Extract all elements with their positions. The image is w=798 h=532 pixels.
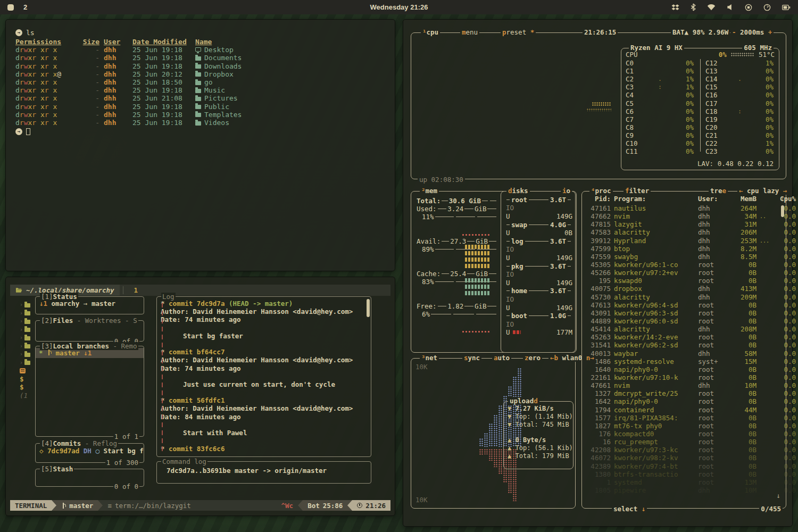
tree-item[interactable]: › [20, 301, 34, 309]
process-row[interactable]: 47559 swaybg dhh 8.5M 0.0 [587, 253, 778, 261]
proc-tree-toggle[interactable]: tree [709, 187, 728, 195]
tree-item[interactable]: › [20, 350, 34, 359]
log-panel[interactable]: Log * commit 7dc9d7a (HEAD -> master) Au… [156, 296, 371, 457]
process-row[interactable]: 1805 pipewire dhh 10M 0.0 [587, 486, 778, 494]
process-row[interactable]: 45730 alacritty dhh 209M 0.0 [587, 293, 778, 301]
log-scrollbar[interactable] [367, 299, 370, 317]
commits-panel[interactable]: [4]Commits - Reflog ◇ 7dc9d7ad DH ○ Star… [35, 443, 144, 463]
tree-item[interactable]: › [20, 359, 34, 367]
folder-icon [195, 89, 201, 93]
proc-header-row: Pid: Program: User: MemB Cpu% [587, 195, 778, 203]
process-row[interactable]: 47815 lazygit dhh 31M 0.0 [587, 220, 778, 228]
process-row[interactable]: 1 systemd root 13M 0.0 [587, 478, 778, 486]
dropbox-icon[interactable] [671, 4, 679, 11]
preset-button[interactable]: preset * [501, 28, 536, 36]
mem-box: ²mem Total:30.6 GiB Used:3.24GiB 11% Ava… [411, 191, 576, 353]
disks-io-toggle[interactable]: io [561, 187, 572, 195]
proc-scroll-down[interactable]: ↓ [776, 492, 780, 500]
tree-item[interactable]: › [20, 342, 34, 351]
ls-rows: drwxr xr x - dhh 25 Jun 19:18 Desktop dr… [15, 46, 385, 127]
process-row[interactable]: 45266 kworker/u97:2+ev root 0B 0.0 [587, 269, 778, 277]
net-sync-toggle[interactable]: sync [462, 354, 481, 362]
disk-line: U177M [505, 328, 572, 337]
branches-panel[interactable]: [3]Local branches - Remo * master ↓1 1 o… [35, 346, 144, 437]
process-row[interactable]: 195 kswapd0 root 0B 0.0 [587, 277, 778, 285]
tab-1[interactable]: 1 [127, 286, 146, 294]
process-row[interactable]: 47613 kworker/u96:4-sd root 0B 0.0 [587, 301, 778, 309]
volume-icon[interactable] [727, 4, 734, 11]
process-row[interactable]: 47662 nvim dhh 34M .. 0.0 [587, 212, 778, 220]
process-row[interactable]: 45305 kworker/u96:1-co root 0B 0.0 [587, 261, 778, 269]
disk-line: IO [505, 204, 572, 212]
process-row[interactable]: 43091 kworker/u96:3-sd root 0B 0.0 [587, 309, 778, 317]
proc-scroll-up[interactable]: ↑ [780, 194, 785, 202]
record-icon[interactable] [745, 4, 752, 11]
mem-box-title[interactable]: ²mem [420, 187, 439, 195]
folder-icon [24, 320, 30, 324]
process-row[interactable]: 46072 kworker/u98:2-kv root 0B 0.0 [587, 454, 778, 462]
tree-item[interactable]: › [20, 326, 34, 334]
open-folder-icon [15, 287, 22, 293]
net-zero-toggle[interactable]: zero [523, 354, 542, 362]
process-row[interactable]: 1327 dmcrypt_write/25 root 0B 0.0 [587, 389, 778, 397]
process-row[interactable]: 47161 nautilus dhh 264M 0.0 [587, 204, 778, 212]
process-row[interactable]: 16 rcu_preempt root 0B 0.0 [587, 438, 778, 446]
process-row[interactable]: 44889 kworker/u96:0-sd root 0B 0.0 [587, 317, 778, 325]
date-cell: 25 Jun 18:50 [132, 78, 191, 86]
tree-item[interactable]: › [20, 317, 34, 326]
process-row[interactable]: 1642 napi/phy0-0 root 0B 0.0 [587, 397, 778, 405]
net-auto-toggle[interactable]: auto [492, 354, 511, 362]
process-row[interactable]: 39912 Hyprland dhh 253M ... 0.0 [587, 237, 778, 245]
prompt-line-2: → [15, 128, 385, 136]
cpu-box-title[interactable]: ¹cpu [421, 28, 440, 36]
bluetooth-icon[interactable] [691, 3, 696, 11]
process-row[interactable]: 22161 kworker/u97:10-k root 0B 0.0 [587, 373, 778, 381]
proc-filter-button[interactable]: filter [624, 187, 651, 195]
process-row[interactable]: 47661 nvim dhh 10M 0.0 [587, 381, 778, 389]
tree-item-script[interactable]: $ [20, 383, 34, 392]
menu-button[interactable]: menu [460, 28, 479, 36]
update-interval[interactable]: - 2000ms + [730, 28, 774, 36]
terminal-cursor[interactable] [26, 128, 30, 135]
disk-line: U149G [505, 212, 572, 221]
tree-item[interactable]: › [20, 309, 34, 318]
gauge-icon[interactable] [763, 4, 771, 11]
battery-icon[interactable] [782, 4, 791, 11]
net-stats-title[interactable]: uploadd [508, 397, 539, 405]
proc-box-title[interactable]: ⁴proc [589, 187, 613, 195]
process-row[interactable]: 42208 kworker/u97:3-kc root 0B 0.0 [587, 446, 778, 454]
disk-line: home3.6T [505, 287, 572, 295]
process-row[interactable]: 45263 kworker/14:2-eve root 0B 0.0 [587, 333, 778, 341]
process-row[interactable]: 176 kcompactd0 root 0B 0.0 [587, 430, 778, 438]
core-row: C160% [705, 91, 774, 99]
process-row[interactable]: 42389 kworker/u97:4-bt root 0B 0.0 [587, 462, 778, 470]
process-row[interactable]: 1794 containerd root 44M 0.0 [587, 406, 778, 414]
process-row[interactable]: 47583 alacritty dhh 206M 0.0 [587, 228, 778, 236]
tree-item-book[interactable] [20, 367, 34, 375]
net-scale-bottom: 10K [415, 496, 428, 504]
process-row[interactable]: 1380 btrfs-transactio root 0B 0.0 [587, 470, 778, 478]
process-row[interactable]: 45414 alacritty dhh 208M 0.0 [587, 325, 778, 333]
process-row[interactable]: 31541 kworker/u96:2-sd root 0B 0.0 [587, 341, 778, 349]
net-box-title[interactable]: ³net [420, 354, 439, 362]
wifi-icon[interactable] [707, 4, 716, 11]
process-row[interactable]: 1486 systemd-resolve syst+ 15M 0.0 [587, 358, 778, 365]
process-row[interactable]: 1827 mt76-tx phy0 root 0B 0.0 [587, 422, 778, 430]
disks-box-title[interactable]: disks [506, 187, 530, 195]
date-cell: 25 Jun 19:18 [132, 46, 191, 54]
process-row[interactable]: 40075 dropbox dhh 413M 0.0 [587, 285, 778, 293]
files-panel[interactable]: [2]Files - Worktrees - S 0 of 0 [35, 320, 144, 342]
process-row[interactable]: 40013 waybar dhh 58M 0.0 [587, 350, 778, 358]
statusline-position: Bot25:86 [303, 500, 347, 511]
tree-item[interactable]: › [20, 334, 34, 342]
statusline-branch: master [56, 500, 98, 511]
status-panel[interactable]: [1]Status ↓1 omarchy → master [35, 296, 144, 314]
process-row[interactable]: 47599 btop dhh 8.2M 0.0 [587, 245, 778, 253]
col-user: User [104, 38, 120, 46]
stash-panel[interactable]: [5]Stash 0 of 0 [35, 469, 144, 487]
process-row[interactable]: 1640 napi/phy0-0 root 0B 0.0 [587, 365, 778, 373]
size-cell: - [81, 111, 99, 119]
process-row[interactable]: 1577 irq/81-PIXA3854: root 0B 0.0 [587, 414, 778, 422]
tree-item-script[interactable]: $ [20, 375, 34, 384]
proc-select-hint[interactable]: select ↓ [612, 505, 647, 513]
